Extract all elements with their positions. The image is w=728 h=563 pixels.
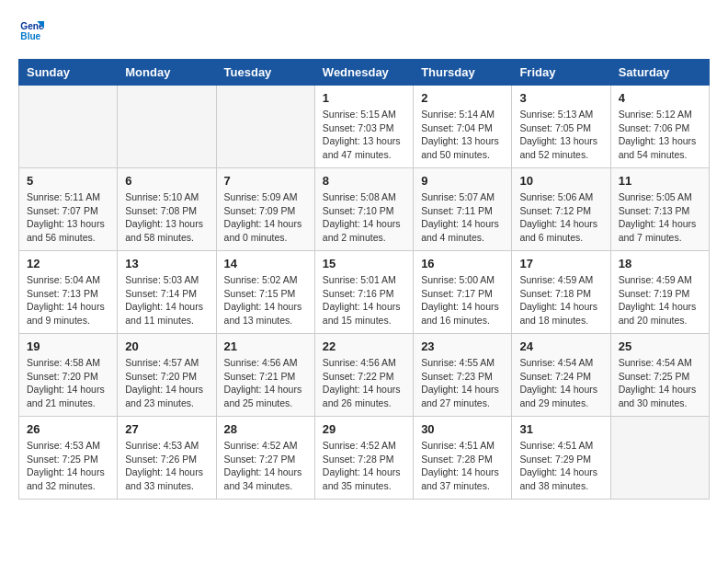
calendar-week-row: 26Sunrise: 4:53 AM Sunset: 7:25 PM Dayli… xyxy=(19,417,710,500)
calendar-cell: 30Sunrise: 4:51 AM Sunset: 7:28 PM Dayli… xyxy=(414,417,512,500)
calendar-cell: 25Sunrise: 4:54 AM Sunset: 7:25 PM Dayli… xyxy=(610,334,709,417)
day-number: 26 xyxy=(27,422,109,436)
calendar-cell: 20Sunrise: 4:57 AM Sunset: 7:20 PM Dayli… xyxy=(118,334,216,417)
calendar-week-row: 5Sunrise: 5:11 AM Sunset: 7:07 PM Daylig… xyxy=(19,168,710,251)
day-number: 3 xyxy=(519,91,602,105)
weekday-header-sunday: Sunday xyxy=(19,60,118,86)
day-number: 10 xyxy=(519,174,602,188)
calendar-cell: 22Sunrise: 4:56 AM Sunset: 7:22 PM Dayli… xyxy=(314,334,413,417)
day-number: 29 xyxy=(323,422,405,436)
day-number: 30 xyxy=(421,422,504,436)
day-info: Sunrise: 5:09 AM Sunset: 7:09 PM Dayligh… xyxy=(224,190,307,245)
day-info: Sunrise: 4:56 AM Sunset: 7:21 PM Dayligh… xyxy=(224,356,307,410)
day-number: 14 xyxy=(224,257,307,270)
calendar-cell: 31Sunrise: 4:51 AM Sunset: 7:29 PM Dayli… xyxy=(512,417,610,500)
day-number: 6 xyxy=(125,174,208,188)
day-info: Sunrise: 5:14 AM Sunset: 7:04 PM Dayligh… xyxy=(421,108,504,162)
day-info: Sunrise: 5:02 AM Sunset: 7:15 PM Dayligh… xyxy=(224,273,307,327)
weekday-header-thursday: Thursday xyxy=(414,60,512,86)
calendar-cell: 21Sunrise: 4:56 AM Sunset: 7:21 PM Dayli… xyxy=(216,334,314,417)
day-number: 18 xyxy=(619,257,701,270)
page-header: General Blue xyxy=(18,18,710,44)
calendar-cell: 11Sunrise: 5:05 AM Sunset: 7:13 PM Dayli… xyxy=(610,168,709,251)
logo: General Blue xyxy=(18,18,48,44)
day-info: Sunrise: 4:52 AM Sunset: 7:27 PM Dayligh… xyxy=(224,439,307,493)
day-info: Sunrise: 4:58 AM Sunset: 7:20 PM Dayligh… xyxy=(27,356,109,410)
calendar-header-row: SundayMondayTuesdayWednesdayThursdayFrid… xyxy=(19,60,710,86)
day-info: Sunrise: 4:54 AM Sunset: 7:25 PM Dayligh… xyxy=(619,356,701,410)
weekday-header-tuesday: Tuesday xyxy=(216,60,314,86)
calendar-cell: 9Sunrise: 5:07 AM Sunset: 7:11 PM Daylig… xyxy=(414,168,512,251)
day-number: 28 xyxy=(224,422,307,436)
calendar-cell xyxy=(216,86,314,168)
day-info: Sunrise: 5:04 AM Sunset: 7:13 PM Dayligh… xyxy=(27,273,109,327)
calendar-cell: 13Sunrise: 5:03 AM Sunset: 7:14 PM Dayli… xyxy=(118,251,216,334)
calendar-cell: 8Sunrise: 5:08 AM Sunset: 7:10 PM Daylig… xyxy=(314,168,413,251)
calendar-cell: 16Sunrise: 5:00 AM Sunset: 7:17 PM Dayli… xyxy=(414,251,512,334)
day-info: Sunrise: 4:56 AM Sunset: 7:22 PM Dayligh… xyxy=(323,356,405,410)
calendar-cell: 18Sunrise: 4:59 AM Sunset: 7:19 PM Dayli… xyxy=(610,251,709,334)
calendar-cell xyxy=(19,86,118,168)
day-number: 20 xyxy=(125,339,208,353)
day-number: 21 xyxy=(224,339,307,353)
day-number: 16 xyxy=(421,257,504,270)
calendar-cell: 3Sunrise: 5:13 AM Sunset: 7:05 PM Daylig… xyxy=(512,86,610,168)
day-number: 11 xyxy=(619,174,701,188)
calendar-cell: 10Sunrise: 5:06 AM Sunset: 7:12 PM Dayli… xyxy=(512,168,610,251)
calendar-cell: 24Sunrise: 4:54 AM Sunset: 7:24 PM Dayli… xyxy=(512,334,610,417)
calendar-cell: 19Sunrise: 4:58 AM Sunset: 7:20 PM Dayli… xyxy=(19,334,118,417)
day-info: Sunrise: 5:03 AM Sunset: 7:14 PM Dayligh… xyxy=(125,273,208,327)
day-info: Sunrise: 4:57 AM Sunset: 7:20 PM Dayligh… xyxy=(125,356,208,410)
day-info: Sunrise: 5:01 AM Sunset: 7:16 PM Dayligh… xyxy=(323,273,405,327)
day-info: Sunrise: 4:59 AM Sunset: 7:19 PM Dayligh… xyxy=(619,273,701,327)
calendar-cell: 1Sunrise: 5:15 AM Sunset: 7:03 PM Daylig… xyxy=(314,86,413,168)
calendar-week-row: 1Sunrise: 5:15 AM Sunset: 7:03 PM Daylig… xyxy=(19,86,710,168)
calendar-table: SundayMondayTuesdayWednesdayThursdayFrid… xyxy=(18,59,710,500)
day-number: 17 xyxy=(519,257,602,270)
day-number: 19 xyxy=(27,339,109,353)
day-info: Sunrise: 4:54 AM Sunset: 7:24 PM Dayligh… xyxy=(519,356,602,410)
day-info: Sunrise: 4:53 AM Sunset: 7:25 PM Dayligh… xyxy=(27,439,109,493)
day-number: 12 xyxy=(27,257,109,270)
calendar-cell: 6Sunrise: 5:10 AM Sunset: 7:08 PM Daylig… xyxy=(118,168,216,251)
day-number: 27 xyxy=(125,422,208,436)
calendar-cell: 27Sunrise: 4:53 AM Sunset: 7:26 PM Dayli… xyxy=(118,417,216,500)
day-number: 23 xyxy=(421,339,504,353)
day-info: Sunrise: 5:11 AM Sunset: 7:07 PM Dayligh… xyxy=(27,190,109,245)
weekday-header-saturday: Saturday xyxy=(610,60,709,86)
day-number: 22 xyxy=(323,339,405,353)
calendar-cell: 7Sunrise: 5:09 AM Sunset: 7:09 PM Daylig… xyxy=(216,168,314,251)
day-info: Sunrise: 5:07 AM Sunset: 7:11 PM Dayligh… xyxy=(421,190,504,245)
day-info: Sunrise: 5:00 AM Sunset: 7:17 PM Dayligh… xyxy=(421,273,504,327)
day-info: Sunrise: 5:12 AM Sunset: 7:06 PM Dayligh… xyxy=(619,108,701,162)
day-number: 31 xyxy=(519,422,602,436)
day-info: Sunrise: 5:15 AM Sunset: 7:03 PM Dayligh… xyxy=(323,108,405,162)
calendar-cell: 15Sunrise: 5:01 AM Sunset: 7:16 PM Dayli… xyxy=(314,251,413,334)
calendar-cell: 4Sunrise: 5:12 AM Sunset: 7:06 PM Daylig… xyxy=(610,86,709,168)
calendar-cell xyxy=(118,86,216,168)
day-number: 5 xyxy=(27,174,109,188)
day-number: 13 xyxy=(125,257,208,270)
calendar-week-row: 12Sunrise: 5:04 AM Sunset: 7:13 PM Dayli… xyxy=(19,251,710,334)
day-number: 24 xyxy=(519,339,602,353)
calendar-cell: 2Sunrise: 5:14 AM Sunset: 7:04 PM Daylig… xyxy=(414,86,512,168)
day-info: Sunrise: 5:10 AM Sunset: 7:08 PM Dayligh… xyxy=(125,190,208,245)
weekday-header-wednesday: Wednesday xyxy=(314,60,413,86)
day-number: 25 xyxy=(619,339,701,353)
day-info: Sunrise: 5:13 AM Sunset: 7:05 PM Dayligh… xyxy=(519,108,602,162)
day-number: 7 xyxy=(224,174,307,188)
calendar-cell: 17Sunrise: 4:59 AM Sunset: 7:18 PM Dayli… xyxy=(512,251,610,334)
day-info: Sunrise: 5:08 AM Sunset: 7:10 PM Dayligh… xyxy=(323,190,405,245)
calendar-week-row: 19Sunrise: 4:58 AM Sunset: 7:20 PM Dayli… xyxy=(19,334,710,417)
calendar-cell: 12Sunrise: 5:04 AM Sunset: 7:13 PM Dayli… xyxy=(19,251,118,334)
day-info: Sunrise: 4:51 AM Sunset: 7:28 PM Dayligh… xyxy=(421,439,504,493)
day-number: 4 xyxy=(619,91,701,105)
calendar-cell: 5Sunrise: 5:11 AM Sunset: 7:07 PM Daylig… xyxy=(19,168,118,251)
calendar-cell: 29Sunrise: 4:52 AM Sunset: 7:28 PM Dayli… xyxy=(314,417,413,500)
calendar-cell: 14Sunrise: 5:02 AM Sunset: 7:15 PM Dayli… xyxy=(216,251,314,334)
day-info: Sunrise: 5:06 AM Sunset: 7:12 PM Dayligh… xyxy=(519,190,602,245)
day-number: 8 xyxy=(323,174,405,188)
day-number: 15 xyxy=(323,257,405,270)
logo-icon: General Blue xyxy=(18,18,44,44)
day-info: Sunrise: 4:55 AM Sunset: 7:23 PM Dayligh… xyxy=(421,356,504,410)
